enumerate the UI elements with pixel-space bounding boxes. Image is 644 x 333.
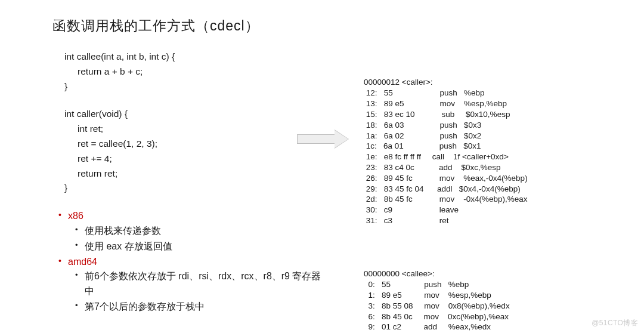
- code-caller: int caller(void) { int ret; ret = callee…: [64, 107, 327, 196]
- asm-line: 1: 89 e5 mov %esp,%ebp: [364, 291, 491, 300]
- asm-line: 31: c3 ret: [364, 216, 449, 225]
- code-line: ret += 4;: [64, 152, 327, 166]
- asm-header: 00000000 <callee>:: [364, 269, 435, 278]
- asm-line: 30: c9 leave: [364, 205, 459, 214]
- code-line: }: [64, 181, 327, 196]
- asm-line: 1e: e8 fc ff ff ff call 1f <caller+0xd>: [364, 152, 509, 161]
- watermark: @51CTO博客: [592, 318, 638, 328]
- code-line: int callee(int a, int b, int c) {: [64, 50, 327, 64]
- arrow-shaft: [297, 134, 335, 144]
- asm-line: 13: 89 e5 mov %esp,%ebp: [364, 99, 507, 108]
- asm-line: 0: 55 push %ebp: [364, 280, 469, 289]
- arrow-icon: [297, 130, 349, 148]
- sub-bullet: 使用 eax 存放返回值: [68, 239, 327, 254]
- arrow-head-fill: [335, 130, 348, 148]
- slide-title: 函数调用栈的工作方式（cdecl）: [52, 17, 615, 35]
- asm-header: 00000012 <caller>:: [364, 78, 433, 87]
- bullet-amd64: amd64 前6个参数依次存放于 rdi、rsi、rdx、rcx、r8、r9 寄…: [55, 255, 327, 314]
- bullet-label: x86: [68, 211, 83, 221]
- code-line: return a + b + c;: [64, 64, 327, 79]
- code-callee: int callee(int a, int b, int c) { return…: [64, 50, 327, 94]
- asm-line: 1c: 6a 01 push $0x1: [364, 141, 481, 150]
- asm-line: 2d: 8b 45 fc mov -0x4(%ebp),%eax: [364, 195, 528, 204]
- slide: 函数调用栈的工作方式（cdecl） int callee(int a, int …: [0, 0, 644, 333]
- code-line: int caller(void) {: [64, 107, 327, 122]
- asm-line: 12: 55 push %ebp: [364, 88, 485, 97]
- asm-caller: 00000012 <caller>: 12: 55 push %ebp 13: …: [364, 67, 528, 226]
- bullet-list: x86 使用栈来传递参数 使用 eax 存放返回值 amd64 前6个参数依次存…: [55, 209, 327, 314]
- code-line: int ret;: [64, 122, 327, 137]
- asm-line: 29: 83 45 fc 04 addl $0x4,-0x4(%ebp): [364, 184, 521, 193]
- right-column: 00000012 <caller>: 12: 55 push %ebp 13: …: [364, 45, 528, 333]
- left-column: int callee(int a, int b, int c) { return…: [29, 50, 327, 315]
- code-line: return ret;: [64, 166, 327, 181]
- sub-bullet: 使用栈来传递参数: [68, 224, 327, 239]
- code-line: }: [64, 79, 327, 94]
- asm-line: 1a: 6a 02 push $0x2: [364, 131, 481, 140]
- asm-line: 3: 8b 55 08 mov 0x8(%ebp),%edx: [364, 301, 510, 310]
- asm-line: 18: 6a 03 push $0x3: [364, 121, 481, 130]
- bullet-label: amd64: [68, 257, 97, 267]
- asm-line: 15: 83 ec 10 sub $0x10,%esp: [364, 110, 510, 119]
- sub-bullet: 前6个参数依次存放于 rdi、rsi、rdx、rcx、r8、r9 寄存器中: [68, 269, 327, 299]
- bullet-x86: x86 使用栈来传递参数 使用 eax 存放返回值: [55, 209, 327, 254]
- asm-callee: 00000000 <callee>: 0: 55 push %ebp 1: 89…: [364, 258, 528, 333]
- code-line: ret = callee(1, 2, 3);: [64, 137, 327, 152]
- asm-line: 9: 01 c2 add %eax,%edx: [364, 322, 491, 331]
- sub-bullet: 第7个以后的参数存放于栈中: [68, 300, 327, 314]
- asm-line: 23: 83 c4 0c add $0xc,%esp: [364, 163, 501, 172]
- asm-line: 26: 89 45 fc mov %eax,-0x4(%ebp): [364, 174, 528, 183]
- asm-line: 6: 8b 45 0c mov 0xc(%ebp),%eax: [364, 312, 509, 321]
